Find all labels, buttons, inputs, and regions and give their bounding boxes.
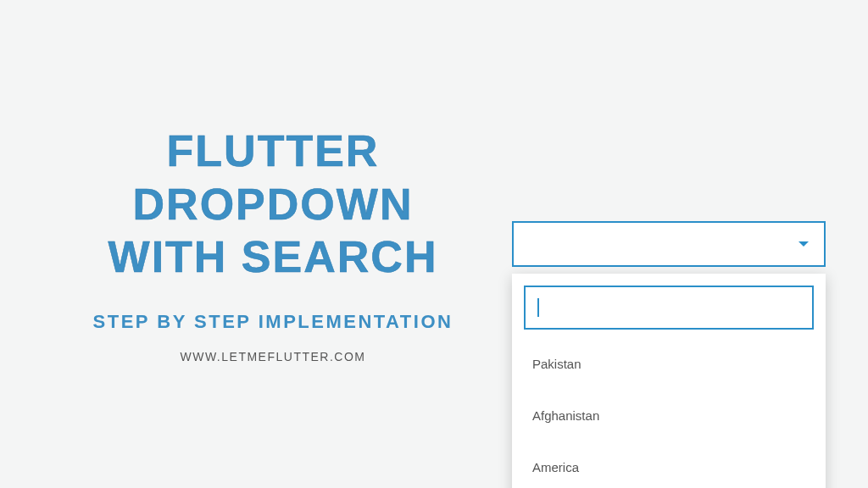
chevron-down-icon <box>798 241 809 247</box>
text-cursor-icon <box>537 298 539 317</box>
site-url: www.letmeflutter.com <box>51 350 495 363</box>
dropdown-list: Pakistan Afghanistan America China Indon… <box>512 338 826 488</box>
title-line1: Flutter Dropdown <box>133 126 414 228</box>
title-line2: With Search <box>108 232 438 281</box>
dropdown-wrapper: Pakistan Afghanistan America China Indon… <box>512 221 826 267</box>
search-input[interactable] <box>524 286 814 330</box>
dropdown-item-pakistan[interactable]: Pakistan <box>512 338 826 390</box>
dropdown-panel: Pakistan Afghanistan America China Indon… <box>512 274 826 488</box>
dropdown-trigger[interactable] <box>512 221 826 267</box>
page-subtitle: Step By Step Implementation <box>51 311 495 333</box>
dropdown-item-america[interactable]: America <box>512 441 826 488</box>
dropdown-item-afghanistan[interactable]: Afghanistan <box>512 390 826 441</box>
page-title: Flutter Dropdown With Search <box>51 125 495 283</box>
